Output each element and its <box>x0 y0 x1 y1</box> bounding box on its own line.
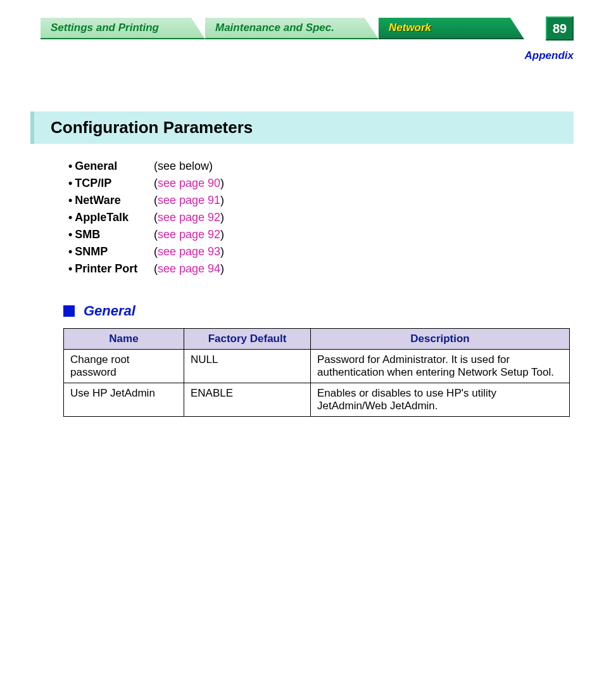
table-cell: Enables or disables to use HP's utility … <box>311 383 570 417</box>
param-label: •AppleTalk <box>68 209 154 226</box>
page-link[interactable]: see page 91 <box>158 194 220 207</box>
page-link[interactable]: see page 93 <box>158 245 220 258</box>
param-ref: (see page 92) <box>154 226 224 243</box>
square-bullet-icon <box>63 305 75 317</box>
table-row: Change root passwordNULLPassword for Adm… <box>64 350 570 383</box>
table-cell: Use HP JetAdmin <box>64 383 184 417</box>
section-title: General <box>84 303 135 319</box>
param-label: •TCP/IP <box>68 175 154 192</box>
tab-maintenance[interactable]: Maintenance and Spec. <box>205 18 379 39</box>
tab-label: Network <box>389 22 431 34</box>
table-body: Change root passwordNULLPassword for Adm… <box>64 350 570 417</box>
param-ref: (see page 94) <box>154 260 224 277</box>
tab-label: Maintenance and Spec. <box>215 22 334 34</box>
table-cell: NULL <box>184 350 311 383</box>
page-title: Configuration Parameters <box>51 118 567 137</box>
param-list-item: •General(see below) <box>68 158 604 175</box>
page-link[interactable]: see page 94 <box>158 262 220 275</box>
param-ref: (see page 90) <box>154 175 224 192</box>
table-header-name: Name <box>64 329 184 350</box>
tab-label: Settings and Printing <box>51 22 159 34</box>
page-link[interactable]: see page 92 <box>158 228 220 241</box>
param-label: •Printer Port <box>68 260 154 277</box>
param-list-item: •AppleTalk(see page 92) <box>68 209 604 226</box>
table-cell: ENABLE <box>184 383 311 417</box>
appendix-link[interactable]: Appendix <box>525 49 574 62</box>
param-label: •NetWare <box>68 192 154 209</box>
param-list-item: •TCP/IP(see page 90) <box>68 175 604 192</box>
param-ref: (see page 92) <box>154 209 224 226</box>
table-row: Use HP JetAdminENABLEEnables or disables… <box>64 383 570 417</box>
param-list-item: •SMB(see page 92) <box>68 226 604 243</box>
page-heading-bar: Configuration Parameters <box>30 111 574 144</box>
table-cell: Password for Administrator. It is used f… <box>311 350 570 383</box>
general-params-table: Name Factory Default Description Change … <box>63 328 570 417</box>
table-header-desc: Description <box>311 329 570 350</box>
page-link[interactable]: see page 92 <box>158 211 220 224</box>
tab-network[interactable]: Network <box>379 18 524 39</box>
section-heading: General <box>63 303 604 319</box>
param-ref: (see below) <box>154 158 213 175</box>
param-label: •General <box>68 158 154 175</box>
table-header-default: Factory Default <box>184 329 311 350</box>
param-list-item: •Printer Port(see page 94) <box>68 260 604 277</box>
page-link[interactable]: see page 90 <box>158 177 220 189</box>
param-list-item: •SNMP(see page 93) <box>68 243 604 260</box>
param-label: •SNMP <box>68 243 154 260</box>
parameter-link-list: •General(see below)•TCP/IP(see page 90)•… <box>68 158 604 277</box>
param-ref: (see page 91) <box>154 192 224 209</box>
param-list-item: •NetWare(see page 91) <box>68 192 604 209</box>
param-ref: (see page 93) <box>154 243 224 260</box>
page-number-badge: 89 <box>546 16 574 41</box>
tab-settings[interactable]: Settings and Printing <box>41 18 205 39</box>
page-number: 89 <box>553 22 567 36</box>
param-label: •SMB <box>68 226 154 243</box>
table-cell: Change root password <box>64 350 184 383</box>
param-ref-text: see below <box>158 160 209 172</box>
top-nav: Settings and Printing Maintenance and Sp… <box>41 18 574 44</box>
